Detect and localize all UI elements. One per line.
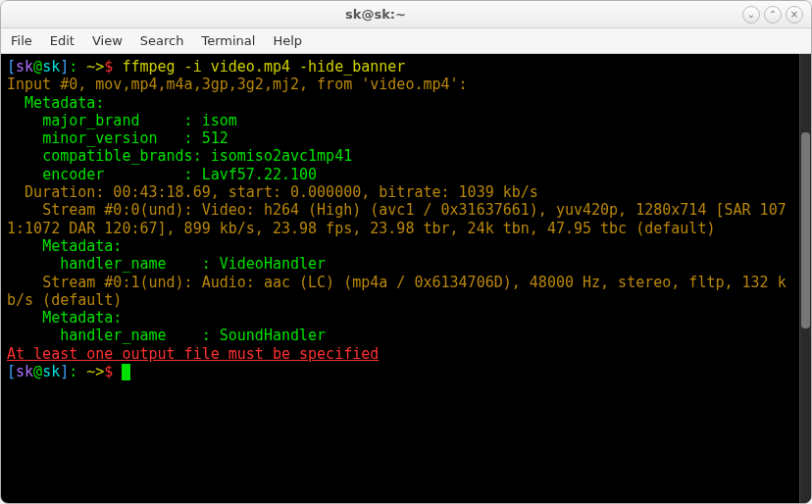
menu-help[interactable]: Help xyxy=(273,33,302,48)
window-buttons: ⌄ ⌃ × xyxy=(742,6,803,24)
output-line: minor_version : 512 xyxy=(7,129,793,147)
output-line: Duration: 00:43:18.69, start: 0.000000, … xyxy=(7,183,793,201)
prompt-line: [sk@sk]: ~>$ xyxy=(7,363,793,380)
prompt-line: [sk@sk]: ~>$ ffmpeg -i video.mp4 -hide_b… xyxy=(7,58,793,76)
output-line: encoder : Lavf57.22.100 xyxy=(7,166,793,183)
output-line: Stream #0:0(und): Video: h264 (High) (av… xyxy=(7,201,793,237)
output-line: Stream #0:1(und): Audio: aac (LC) (mp4a … xyxy=(7,274,793,310)
output-line: Metadata: xyxy=(7,309,793,327)
menu-search[interactable]: Search xyxy=(140,33,184,48)
output-line: major_brand : isom xyxy=(7,112,793,129)
window-title: sk@sk:~ xyxy=(9,7,742,22)
output-line: handler_name : SoundHandler xyxy=(7,327,793,344)
terminal-area: [sk@sk]: ~>$ ffmpeg -i video.mp4 -hide_b… xyxy=(1,54,811,503)
menu-edit[interactable]: Edit xyxy=(50,33,75,48)
output-line: Metadata: xyxy=(7,237,793,255)
menu-file[interactable]: File xyxy=(11,33,32,48)
cursor xyxy=(122,364,130,380)
menu-terminal[interactable]: Terminal xyxy=(201,33,255,48)
minimize-button[interactable]: ⌄ xyxy=(742,6,760,24)
titlebar: sk@sk:~ ⌄ ⌃ × xyxy=(1,1,811,28)
menu-view[interactable]: View xyxy=(92,33,123,48)
terminal-window: sk@sk:~ ⌄ ⌃ × File Edit View Search Term… xyxy=(0,0,812,504)
maximize-button[interactable]: ⌃ xyxy=(764,6,782,24)
output-line: Metadata: xyxy=(7,94,793,112)
close-button[interactable]: × xyxy=(786,6,803,24)
output-line: Input #0, mov,mp4,m4a,3gp,3g2,mj2, from … xyxy=(7,76,793,93)
scrollbar-thumb[interactable] xyxy=(801,132,810,328)
menubar: File Edit View Search Terminal Help xyxy=(1,28,811,54)
output-line: At least one output file must be specifi… xyxy=(7,345,793,363)
command-text: ffmpeg -i video.mp4 -hide_banner xyxy=(122,58,405,76)
terminal-content[interactable]: [sk@sk]: ~>$ ffmpeg -i video.mp4 -hide_b… xyxy=(1,54,799,503)
scrollbar[interactable] xyxy=(799,54,811,503)
output-line: compatible_brands: isomiso2avc1mp41 xyxy=(7,147,793,165)
output-line: handler_name : VideoHandler xyxy=(7,255,793,273)
